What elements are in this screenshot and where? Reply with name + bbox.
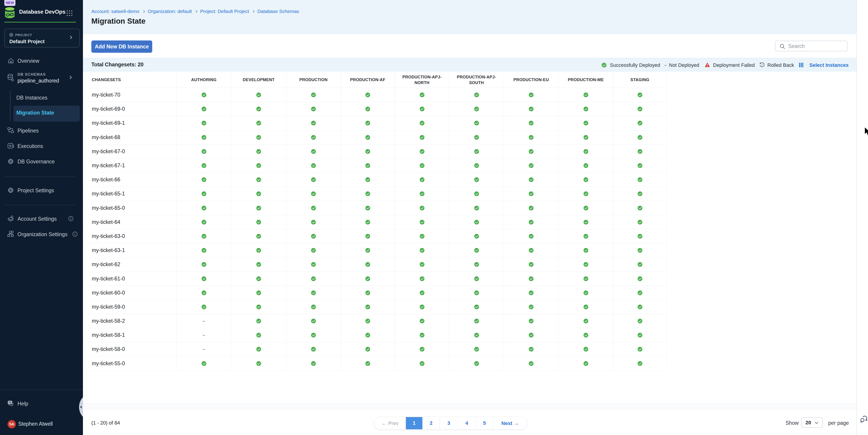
svg-text:?: ? — [9, 401, 11, 404]
